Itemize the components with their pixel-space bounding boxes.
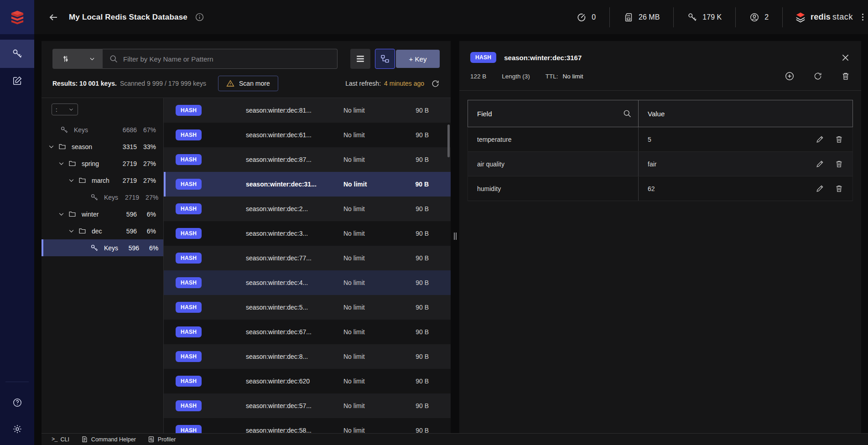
key-size: 122 B — [470, 73, 486, 80]
cli-tab[interactable]: >_ CLI — [52, 436, 69, 443]
search-field-icon[interactable] — [623, 109, 632, 118]
key-name: season:winter:dec:57... — [246, 402, 312, 409]
overflow-menu-icon[interactable] — [859, 14, 868, 21]
scrollbar-thumb[interactable] — [447, 124, 450, 157]
browser-toolbar: + Key — [42, 41, 451, 75]
hash-field-row: humidity 62 — [468, 176, 852, 201]
edit-field-icon[interactable] — [816, 184, 824, 193]
key-list-row[interactable]: HASH season:winter:dec:67... No limit 90… — [164, 320, 451, 344]
key-list-row[interactable]: HASH season:winter:dec:4... No limit 90 … — [164, 270, 451, 295]
key-size: 90 B — [392, 427, 429, 433]
key-size: 90 B — [392, 156, 429, 163]
tree-node[interactable]: Keys 6686 67% — [42, 121, 163, 138]
key-list-row[interactable]: HASH season:winter:dec:87... No limit 90… — [164, 147, 451, 172]
stat-memory: 26 MB — [609, 7, 673, 27]
chevron-down-icon[interactable] — [48, 143, 55, 150]
tree-view-toggle[interactable] — [375, 49, 395, 69]
key-list-row[interactable]: HASH season:winter:dec:8... No limit 90 … — [164, 344, 451, 369]
scan-more-label: Scan more — [239, 80, 270, 87]
cli-label: CLI — [60, 436, 69, 443]
info-icon[interactable] — [195, 12, 204, 22]
key-size: 90 B — [392, 107, 429, 114]
chevron-down-icon[interactable] — [68, 228, 75, 234]
tree-node[interactable]: season 3315 33% — [42, 138, 163, 155]
command-helper-label: Command Helper — [91, 436, 136, 443]
key-list-row[interactable]: HASH season:winter:dec:3... No limit 90 … — [164, 221, 451, 246]
row-actions — [816, 160, 843, 168]
delete-field-icon[interactable] — [835, 160, 843, 168]
tree-node-percent: 67% — [137, 126, 156, 134]
add-key-button[interactable]: + Key — [396, 50, 440, 68]
folder-icon — [78, 176, 87, 184]
scan-more-button[interactable]: Scan more — [218, 76, 278, 91]
key-list-row[interactable]: HASH season:winter:dec:5... No limit 90 … — [164, 295, 451, 320]
column-header-field: Field — [468, 100, 639, 127]
profiler-tab[interactable]: Profiler — [148, 436, 176, 443]
tree-node-count: 596 — [118, 244, 139, 252]
tree-node[interactable]: Keys 596 6% — [42, 239, 163, 256]
field-value: fair — [648, 160, 656, 168]
key-ttl: No limit — [343, 131, 365, 139]
tree-node[interactable]: winter 596 6% — [42, 206, 163, 222]
key-list-row[interactable]: HASH season:winter:dec:57... No limit 90… — [164, 393, 451, 418]
close-icon[interactable] — [841, 53, 850, 62]
stat-commands-value: 0 — [592, 13, 596, 21]
key-type-filter-dropdown[interactable] — [52, 49, 103, 69]
tree-node-count: 2719 — [116, 160, 137, 167]
key-name: season:winter:dec:620 — [246, 378, 310, 385]
key-name: season:winter:dec:3... — [246, 230, 308, 237]
document-icon — [81, 436, 88, 443]
key-list-row[interactable]: HASH season:winter:dec:77... No limit 90… — [164, 246, 451, 270]
add-field-icon[interactable] — [785, 71, 795, 81]
key-list-row[interactable]: HASH season:winter:dec:58... No limit 90… — [164, 418, 451, 433]
delete-field-icon[interactable] — [835, 135, 843, 144]
key-icon — [90, 193, 99, 202]
redis-logo[interactable] — [0, 0, 34, 34]
refresh-key-icon[interactable] — [813, 72, 822, 81]
chevron-down-icon[interactable] — [68, 177, 75, 184]
panel-resize-handle[interactable] — [454, 233, 457, 240]
chevron-down-icon[interactable] — [58, 211, 65, 217]
tree-node[interactable]: spring 2719 27% — [42, 155, 163, 172]
refresh-icon[interactable] — [431, 79, 440, 88]
sidebar-item-workbench[interactable] — [0, 68, 34, 93]
edit-field-icon[interactable] — [816, 135, 824, 144]
tree-node[interactable]: march 2719 27% — [42, 172, 163, 189]
key-name: season:winter:dec:81... — [246, 107, 312, 114]
tree-node-percent: 6% — [139, 244, 158, 252]
key-details-title-row: HASH season:winter:dec:3167 — [470, 52, 850, 63]
sidebar-item-settings[interactable] — [0, 424, 34, 434]
command-helper-tab[interactable]: Command Helper — [81, 436, 136, 443]
key-list-row[interactable]: HASH season:winter:dec:620 No limit 90 B — [164, 369, 451, 393]
key-ttl: No limit — [343, 230, 365, 237]
back-arrow-icon[interactable] — [48, 12, 59, 23]
delete-field-icon[interactable] — [835, 184, 843, 193]
tree-node-label: winter — [82, 211, 99, 218]
tree-node-percent: 27% — [137, 160, 156, 167]
chevron-down-icon[interactable] — [58, 160, 65, 167]
key-ttl: TTL: No limit — [546, 73, 583, 80]
tree-node[interactable]: dec 596 6% — [42, 222, 163, 239]
key-filter-input[interactable] — [123, 55, 331, 63]
key-list-row[interactable]: HASH season:winter:dec:81... No limit 90… — [164, 98, 451, 123]
field-name: air quality — [477, 160, 504, 168]
browser-body: : Keys 6686 67% se — [42, 98, 451, 433]
edit-field-icon[interactable] — [816, 160, 824, 168]
key-list-row[interactable]: HASH season:winter:dec:2... No limit 90 … — [164, 197, 451, 221]
delete-key-icon[interactable] — [841, 72, 850, 81]
redisinsight-app: My Local Redis Stack Database 0 — [0, 0, 868, 445]
key-list-row[interactable]: HASH season:winter:dec:61... No limit 90… — [164, 123, 451, 147]
tree-node[interactable]: Keys 2719 27% — [42, 189, 163, 206]
sidebar-item-browser[interactable] — [0, 40, 34, 68]
user-icon — [749, 12, 759, 22]
stat-clients-value: 2 — [764, 13, 769, 21]
warning-triangle-icon — [226, 79, 234, 88]
scanned-count: Scanned 9 999 / 179 999 keys — [120, 80, 206, 87]
chevron-down-icon — [68, 107, 74, 112]
key-type-badge: HASH — [176, 154, 202, 165]
key-list-row[interactable]: HASH season:winter:dec:31... No limit 90… — [164, 172, 451, 197]
memory-card-icon — [624, 12, 634, 22]
delimiter-dropdown[interactable]: : — [52, 103, 78, 115]
list-view-toggle[interactable] — [350, 49, 370, 69]
sidebar-item-help[interactable] — [0, 398, 34, 408]
